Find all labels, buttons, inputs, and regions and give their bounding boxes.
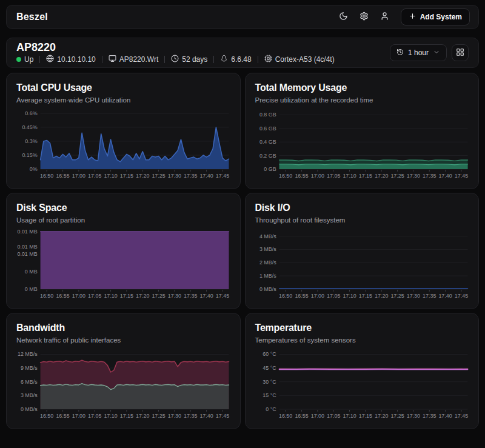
svg-text:17:05: 17:05 <box>88 293 101 299</box>
svg-text:0.45%: 0.45% <box>22 124 37 130</box>
svg-text:17:25: 17:25 <box>152 293 165 299</box>
svg-text:16:55: 16:55 <box>56 293 69 299</box>
svg-text:17:25: 17:25 <box>390 413 404 419</box>
svg-text:17:15: 17:15 <box>358 293 372 299</box>
plus-icon <box>409 12 416 22</box>
svg-text:0.3%: 0.3% <box>25 138 37 144</box>
svg-text:17:20: 17:20 <box>375 173 388 179</box>
svg-text:17:30: 17:30 <box>168 413 181 419</box>
svg-text:2 MB/s: 2 MB/s <box>259 259 276 266</box>
svg-text:0 MB: 0 MB <box>25 286 38 292</box>
svg-text:0.01 MB: 0.01 MB <box>18 229 38 235</box>
divider <box>258 56 258 63</box>
svg-text:17:30: 17:30 <box>168 173 181 179</box>
app-logo[interactable]: Beszel <box>16 12 48 22</box>
chart-title: Total Memory Usage <box>255 82 469 94</box>
svg-text:17:35: 17:35 <box>423 413 436 419</box>
svg-text:17:00: 17:00 <box>72 413 85 419</box>
chart-title: Total CPU Usage <box>16 82 230 94</box>
svg-text:16:55: 16:55 <box>295 173 308 179</box>
svg-text:17:45: 17:45 <box>216 413 229 419</box>
svg-text:17:10: 17:10 <box>343 173 356 179</box>
svg-text:17:00: 17:00 <box>310 173 324 179</box>
system-header-actions: 1 hour <box>390 44 469 61</box>
memory-usage-chart[interactable]: 0 GB0.2 GB0.4 GB0.6 GB0.8 GB16:5016:5517… <box>255 108 469 182</box>
system-header: AP8220 Up 10.10.10.10 AP8220.Wrt <box>6 38 479 68</box>
svg-text:17:25: 17:25 <box>390 293 404 299</box>
system-chip-value: Cortex-A53 (4c/4t) <box>275 55 335 64</box>
svg-text:17:30: 17:30 <box>406 293 420 299</box>
chart-card-memory: Total Memory Usage Precise utilization a… <box>245 73 480 189</box>
svg-text:0.01 MB: 0.01 MB <box>18 244 38 250</box>
chart-subtitle: Usage of root partition <box>16 216 230 224</box>
svg-text:16:50: 16:50 <box>40 293 53 299</box>
svg-text:3 MB/s: 3 MB/s <box>259 246 276 252</box>
system-chip: Cortex-A53 (4c/4t) <box>264 55 335 64</box>
svg-text:16:50: 16:50 <box>278 173 292 179</box>
svg-text:60 °C: 60 °C <box>263 351 276 357</box>
svg-text:17:05: 17:05 <box>88 413 101 419</box>
time-range-select[interactable]: 1 hour <box>390 44 447 61</box>
chart-title: Bandwidth <box>16 322 230 334</box>
add-system-button[interactable]: Add System <box>401 8 470 25</box>
disk-space-chart[interactable]: 0 MB0 MB0.01 MB0.01 MB0.01 MB16:5016:551… <box>16 228 230 303</box>
svg-text:16:50: 16:50 <box>278 413 292 419</box>
chart-title: Temperature <box>255 322 469 334</box>
theme-toggle-button[interactable] <box>335 8 352 25</box>
disk-io-chart[interactable]: 0 MB/s1 MB/s2 MB/s3 MB/s4 MB/s16:5016:55… <box>255 228 469 303</box>
svg-text:17:10: 17:10 <box>343 413 356 419</box>
svg-text:16:55: 16:55 <box>295 293 308 299</box>
user-menu-button[interactable] <box>376 8 393 25</box>
svg-text:17:30: 17:30 <box>406 413 420 419</box>
chevron-down-icon <box>433 48 440 58</box>
status-badge: Up <box>16 55 33 64</box>
svg-text:17:15: 17:15 <box>120 293 133 299</box>
svg-text:17:45: 17:45 <box>454 293 467 299</box>
globe-icon <box>46 55 54 64</box>
user-icon <box>380 12 389 22</box>
svg-text:17:00: 17:00 <box>72 293 85 299</box>
temperature-chart[interactable]: 0 °C15 °C30 °C45 °C60 °C16:5016:5517:001… <box>255 348 469 423</box>
chart-subtitle: Throughput of root filesystem <box>255 216 469 224</box>
svg-text:17:40: 17:40 <box>199 293 213 299</box>
svg-text:0.15%: 0.15% <box>22 152 37 158</box>
chart-title: Disk Space <box>16 202 230 214</box>
settings-button[interactable] <box>356 8 373 25</box>
svg-text:17:30: 17:30 <box>406 173 420 179</box>
charts-grid: Total CPU Usage Average system-wide CPU … <box>6 73 479 429</box>
chart-subtitle: Average system-wide CPU utilization <box>16 96 230 104</box>
svg-text:17:05: 17:05 <box>327 293 340 299</box>
svg-text:12 MB/s: 12 MB/s <box>18 351 38 357</box>
time-range-value: 1 hour <box>408 48 429 57</box>
system-hostname: AP8220.Wrt <box>109 55 158 64</box>
svg-text:17:10: 17:10 <box>343 293 356 299</box>
chart-title: Disk I/O <box>255 202 469 214</box>
svg-text:4 MB/s: 4 MB/s <box>259 233 276 239</box>
system-kernel: 6.6.48 <box>220 55 251 64</box>
system-name: AP8220 <box>16 41 335 53</box>
svg-text:17:20: 17:20 <box>375 413 388 419</box>
divider <box>213 56 214 63</box>
svg-text:0.01 MB: 0.01 MB <box>18 251 38 257</box>
cpu-usage-chart[interactable]: 0%0.15%0.3%0.45%0.6%16:5016:5517:0017:05… <box>16 108 230 182</box>
svg-text:9 MB/s: 9 MB/s <box>21 365 38 371</box>
svg-text:17:35: 17:35 <box>184 173 197 179</box>
chart-card-disk-space: Disk Space Usage of root partition 0 MB0… <box>6 193 241 309</box>
layout-grid-button[interactable] <box>452 44 469 61</box>
status-dot-icon <box>16 57 21 62</box>
svg-text:0 GB: 0 GB <box>264 166 276 172</box>
system-hostname-value: AP8220.Wrt <box>119 55 158 64</box>
svg-text:17:45: 17:45 <box>216 173 229 179</box>
svg-text:17:35: 17:35 <box>423 293 436 299</box>
chart-subtitle: Temperatures of system sensors <box>255 336 469 344</box>
svg-text:17:15: 17:15 <box>120 413 133 419</box>
svg-text:0.2 GB: 0.2 GB <box>259 153 276 159</box>
svg-text:0.6 GB: 0.6 GB <box>259 125 276 132</box>
bandwidth-chart[interactable]: 0 MB/s3 MB/s6 MB/s9 MB/s12 MB/s16:5016:5… <box>16 348 230 423</box>
svg-text:17:45: 17:45 <box>454 173 467 179</box>
svg-text:0.4 GB: 0.4 GB <box>259 139 276 145</box>
svg-text:16:55: 16:55 <box>56 413 69 419</box>
chart-subtitle: Precise utilization at the recorded time <box>255 96 469 104</box>
svg-text:0.8 GB: 0.8 GB <box>259 112 276 118</box>
svg-text:17:10: 17:10 <box>104 413 117 419</box>
